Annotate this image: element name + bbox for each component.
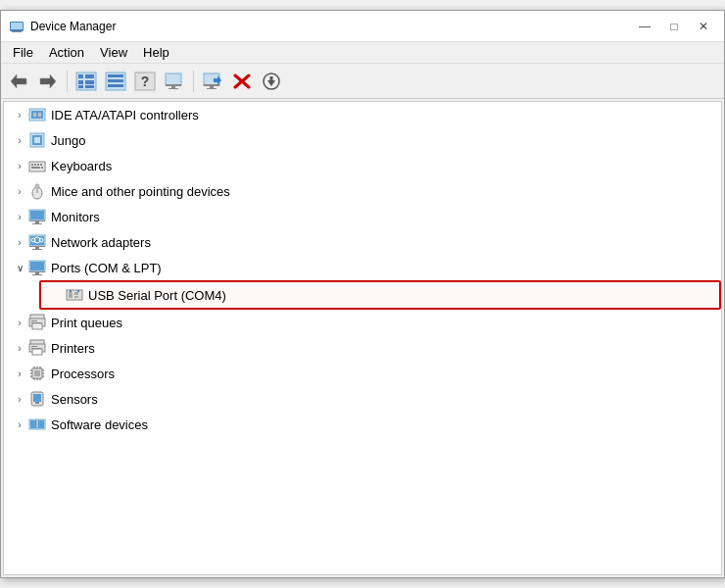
tree-view-button[interactable] [72,68,100,95]
tree-item-ide[interactable]: › IDE ATA/ATAPI controllers [4,102,721,127]
expand-processors[interactable]: › [12,366,27,381]
content-area: › IDE ATA/ATAPI controllers › [1,99,724,577]
properties-button[interactable]: ? [131,68,159,95]
uninstall-button[interactable] [228,68,256,95]
svg-rect-42 [37,164,39,166]
menu-view[interactable]: View [92,42,135,63]
svg-rect-69 [69,292,72,298]
menu-help[interactable]: Help [135,42,177,63]
svg-rect-35 [38,113,41,117]
svg-rect-73 [77,290,79,292]
device-tree[interactable]: › IDE ATA/ATAPI controllers › [3,101,722,575]
label-sensors: Sensors [51,392,98,407]
expand-network[interactable]: › [12,234,27,250]
tree-item-network[interactable]: › Network adapters [4,229,721,255]
expand-ide[interactable]: › [12,107,27,122]
expand-ports[interactable]: ∨ [12,260,27,275]
list-view-button[interactable] [102,68,129,95]
expand-software[interactable]: › [12,416,27,432]
svg-rect-20 [166,84,181,86]
svg-rect-3 [12,31,22,32]
svg-rect-87 [34,370,40,376]
menu-action[interactable]: Action [41,42,92,63]
expand-mice[interactable]: › [12,183,27,199]
tree-item-jungo[interactable]: › Jungo [4,127,721,153]
svg-rect-105 [30,420,36,428]
window-icon [9,19,24,34]
run-button[interactable] [161,68,188,95]
tree-item-print-queues[interactable]: › Print queues [4,310,721,335]
tree-item-mice[interactable]: › Mice and other pointing devices [4,178,721,204]
tree-item-processors[interactable]: › [4,361,721,386]
tree-item-usb-serial[interactable]: › USB Serial Port (COM4) [39,280,721,310]
svg-rect-70 [74,292,78,295]
close-button[interactable]: ✕ [691,16,716,37]
menu-file[interactable]: File [5,42,41,63]
scan-button[interactable] [199,68,226,95]
svg-rect-21 [171,86,175,88]
icon-ports [27,258,47,277]
toolbar-separator-2 [193,71,194,92]
svg-rect-101 [33,394,41,402]
toolbar-separator-1 [67,71,68,92]
svg-rect-11 [78,85,83,88]
svg-marker-31 [267,76,275,86]
icon-software [27,415,47,434]
expand-sensors[interactable]: › [12,391,27,407]
svg-rect-66 [35,272,39,274]
title-bar: Device Manager — □ ✕ [1,11,724,42]
update-button[interactable] [258,68,285,95]
tree-item-keyboards[interactable]: › Keyboards [4,153,721,178]
tree-item-software[interactable]: › Software devices [4,412,721,437]
svg-rect-24 [204,84,219,86]
svg-rect-52 [29,220,45,221]
expand-print-queues[interactable]: › [12,315,27,330]
svg-marker-5 [40,74,56,88]
svg-rect-9 [78,80,83,84]
label-software: Software devices [51,417,148,432]
label-ide: IDE ATA/ATAPI controllers [51,108,199,122]
expand-monitors[interactable]: › [12,209,27,224]
svg-rect-33 [31,111,43,119]
svg-rect-102 [35,402,39,404]
icon-print-queues [27,313,47,332]
menu-bar: File Action View Help [1,42,724,64]
label-printers: Printers [51,341,95,356]
toolbar: ? [1,64,724,99]
svg-rect-19 [166,74,181,85]
svg-rect-40 [31,164,33,166]
svg-rect-41 [34,164,36,166]
icon-mice [27,181,47,201]
tree-item-sensors[interactable]: › Sensors [4,386,721,412]
svg-text:?: ? [141,74,150,89]
svg-rect-44 [31,167,33,169]
svg-rect-26 [207,88,217,89]
svg-rect-85 [32,349,42,355]
expand-printers[interactable]: › [12,340,27,356]
svg-rect-14 [108,74,123,77]
label-print-queues: Print queues [51,316,122,330]
label-ports: Ports (COM & LPT) [51,261,162,275]
svg-rect-64 [30,262,44,270]
label-network: Network adapters [51,235,151,250]
icon-keyboards [27,156,47,175]
icon-ide [27,105,47,124]
svg-rect-49 [35,184,39,188]
forward-button[interactable] [34,68,62,95]
expand-jungo[interactable]: › [12,132,27,148]
label-jungo: Jungo [51,133,85,148]
restore-button[interactable]: □ [661,16,687,37]
svg-rect-16 [108,84,123,87]
tree-item-printers[interactable]: › Printers [4,335,721,361]
minimize-button[interactable]: — [632,16,657,37]
svg-rect-46 [41,167,43,169]
icon-processors [27,364,47,383]
expand-keyboards[interactable]: › [12,158,27,173]
tree-item-monitors[interactable]: › Monitors [4,204,721,229]
svg-rect-10 [85,80,94,84]
svg-rect-1 [11,23,23,29]
back-button[interactable] [5,68,32,95]
icon-printers [27,338,47,358]
svg-rect-72 [70,290,72,292]
tree-item-ports[interactable]: ∨ Ports (COM & LPT) [4,255,721,280]
